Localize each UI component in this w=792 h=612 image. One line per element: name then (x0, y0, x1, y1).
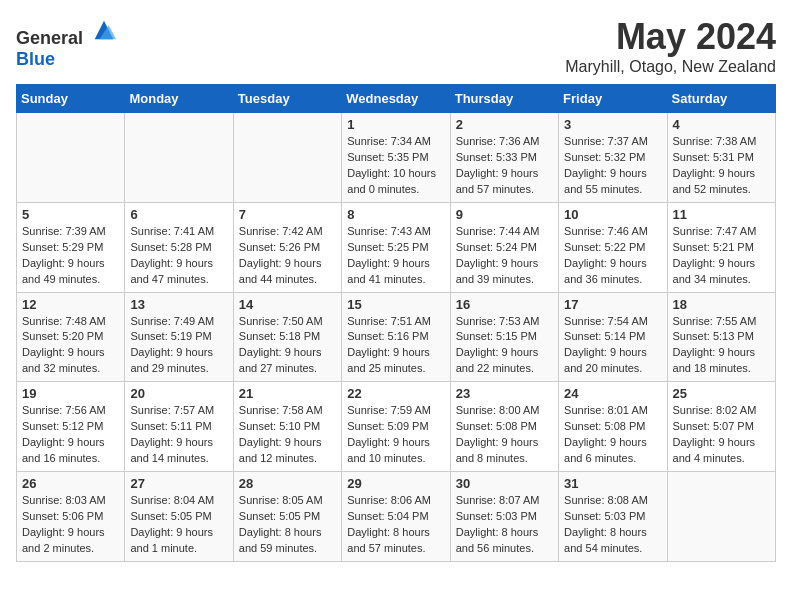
weekday-header-cell: Friday (559, 85, 667, 113)
day-info: Sunrise: 7:55 AM Sunset: 5:13 PM Dayligh… (673, 314, 770, 378)
day-number: 18 (673, 297, 770, 312)
day-number: 31 (564, 476, 661, 491)
calendar-week-row: 1Sunrise: 7:34 AM Sunset: 5:35 PM Daylig… (17, 113, 776, 203)
logo-blue: Blue (16, 49, 55, 69)
day-info: Sunrise: 7:59 AM Sunset: 5:09 PM Dayligh… (347, 403, 444, 467)
calendar-day-cell: 30Sunrise: 8:07 AM Sunset: 5:03 PM Dayli… (450, 472, 558, 562)
day-info: Sunrise: 8:05 AM Sunset: 5:05 PM Dayligh… (239, 493, 336, 557)
calendar-day-cell: 5Sunrise: 7:39 AM Sunset: 5:29 PM Daylig… (17, 202, 125, 292)
calendar-day-cell: 9Sunrise: 7:44 AM Sunset: 5:24 PM Daylig… (450, 202, 558, 292)
calendar-day-cell: 4Sunrise: 7:38 AM Sunset: 5:31 PM Daylig… (667, 113, 775, 203)
day-number: 21 (239, 386, 336, 401)
logo-icon (90, 16, 118, 44)
calendar-day-cell: 18Sunrise: 7:55 AM Sunset: 5:13 PM Dayli… (667, 292, 775, 382)
day-info: Sunrise: 7:58 AM Sunset: 5:10 PM Dayligh… (239, 403, 336, 467)
day-info: Sunrise: 7:54 AM Sunset: 5:14 PM Dayligh… (564, 314, 661, 378)
day-info: Sunrise: 7:38 AM Sunset: 5:31 PM Dayligh… (673, 134, 770, 198)
day-info: Sunrise: 8:07 AM Sunset: 5:03 PM Dayligh… (456, 493, 553, 557)
logo: General Blue (16, 16, 118, 70)
calendar-week-row: 19Sunrise: 7:56 AM Sunset: 5:12 PM Dayli… (17, 382, 776, 472)
day-info: Sunrise: 7:37 AM Sunset: 5:32 PM Dayligh… (564, 134, 661, 198)
day-info: Sunrise: 8:03 AM Sunset: 5:06 PM Dayligh… (22, 493, 119, 557)
day-info: Sunrise: 7:44 AM Sunset: 5:24 PM Dayligh… (456, 224, 553, 288)
day-number: 6 (130, 207, 227, 222)
day-info: Sunrise: 8:08 AM Sunset: 5:03 PM Dayligh… (564, 493, 661, 557)
calendar-day-cell: 31Sunrise: 8:08 AM Sunset: 5:03 PM Dayli… (559, 472, 667, 562)
day-number: 8 (347, 207, 444, 222)
day-info: Sunrise: 7:57 AM Sunset: 5:11 PM Dayligh… (130, 403, 227, 467)
weekday-header-cell: Monday (125, 85, 233, 113)
day-number: 24 (564, 386, 661, 401)
day-info: Sunrise: 7:42 AM Sunset: 5:26 PM Dayligh… (239, 224, 336, 288)
calendar-day-cell (667, 472, 775, 562)
day-info: Sunrise: 7:46 AM Sunset: 5:22 PM Dayligh… (564, 224, 661, 288)
calendar-day-cell: 20Sunrise: 7:57 AM Sunset: 5:11 PM Dayli… (125, 382, 233, 472)
logo-general: General (16, 28, 83, 48)
day-number: 3 (564, 117, 661, 132)
calendar-day-cell: 13Sunrise: 7:49 AM Sunset: 5:19 PM Dayli… (125, 292, 233, 382)
day-info: Sunrise: 7:36 AM Sunset: 5:33 PM Dayligh… (456, 134, 553, 198)
calendar-day-cell (17, 113, 125, 203)
day-info: Sunrise: 7:34 AM Sunset: 5:35 PM Dayligh… (347, 134, 444, 198)
calendar-day-cell: 14Sunrise: 7:50 AM Sunset: 5:18 PM Dayli… (233, 292, 341, 382)
day-number: 19 (22, 386, 119, 401)
header: General Blue May 2024 Maryhill, Otago, N… (16, 16, 776, 76)
day-number: 4 (673, 117, 770, 132)
calendar-day-cell: 2Sunrise: 7:36 AM Sunset: 5:33 PM Daylig… (450, 113, 558, 203)
day-number: 23 (456, 386, 553, 401)
day-info: Sunrise: 8:01 AM Sunset: 5:08 PM Dayligh… (564, 403, 661, 467)
day-number: 11 (673, 207, 770, 222)
day-info: Sunrise: 8:04 AM Sunset: 5:05 PM Dayligh… (130, 493, 227, 557)
calendar-day-cell: 26Sunrise: 8:03 AM Sunset: 5:06 PM Dayli… (17, 472, 125, 562)
calendar-day-cell: 6Sunrise: 7:41 AM Sunset: 5:28 PM Daylig… (125, 202, 233, 292)
day-number: 22 (347, 386, 444, 401)
day-number: 17 (564, 297, 661, 312)
calendar-day-cell: 15Sunrise: 7:51 AM Sunset: 5:16 PM Dayli… (342, 292, 450, 382)
day-info: Sunrise: 7:39 AM Sunset: 5:29 PM Dayligh… (22, 224, 119, 288)
calendar-day-cell: 3Sunrise: 7:37 AM Sunset: 5:32 PM Daylig… (559, 113, 667, 203)
weekday-header-cell: Saturday (667, 85, 775, 113)
day-number: 28 (239, 476, 336, 491)
calendar-day-cell: 27Sunrise: 8:04 AM Sunset: 5:05 PM Dayli… (125, 472, 233, 562)
calendar-day-cell: 22Sunrise: 7:59 AM Sunset: 5:09 PM Dayli… (342, 382, 450, 472)
day-info: Sunrise: 7:43 AM Sunset: 5:25 PM Dayligh… (347, 224, 444, 288)
day-info: Sunrise: 8:00 AM Sunset: 5:08 PM Dayligh… (456, 403, 553, 467)
calendar-day-cell: 25Sunrise: 8:02 AM Sunset: 5:07 PM Dayli… (667, 382, 775, 472)
day-info: Sunrise: 7:48 AM Sunset: 5:20 PM Dayligh… (22, 314, 119, 378)
calendar-body: 1Sunrise: 7:34 AM Sunset: 5:35 PM Daylig… (17, 113, 776, 562)
day-number: 10 (564, 207, 661, 222)
day-info: Sunrise: 7:49 AM Sunset: 5:19 PM Dayligh… (130, 314, 227, 378)
calendar-day-cell: 28Sunrise: 8:05 AM Sunset: 5:05 PM Dayli… (233, 472, 341, 562)
calendar-day-cell: 23Sunrise: 8:00 AM Sunset: 5:08 PM Dayli… (450, 382, 558, 472)
month-title: May 2024 (565, 16, 776, 58)
day-number: 5 (22, 207, 119, 222)
weekday-header-cell: Tuesday (233, 85, 341, 113)
day-number: 20 (130, 386, 227, 401)
weekday-header-cell: Thursday (450, 85, 558, 113)
calendar-day-cell: 29Sunrise: 8:06 AM Sunset: 5:04 PM Dayli… (342, 472, 450, 562)
day-number: 15 (347, 297, 444, 312)
day-number: 29 (347, 476, 444, 491)
day-number: 25 (673, 386, 770, 401)
day-info: Sunrise: 8:06 AM Sunset: 5:04 PM Dayligh… (347, 493, 444, 557)
day-number: 16 (456, 297, 553, 312)
day-number: 26 (22, 476, 119, 491)
day-number: 2 (456, 117, 553, 132)
calendar-day-cell: 11Sunrise: 7:47 AM Sunset: 5:21 PM Dayli… (667, 202, 775, 292)
day-info: Sunrise: 7:50 AM Sunset: 5:18 PM Dayligh… (239, 314, 336, 378)
calendar-week-row: 12Sunrise: 7:48 AM Sunset: 5:20 PM Dayli… (17, 292, 776, 382)
calendar-day-cell: 21Sunrise: 7:58 AM Sunset: 5:10 PM Dayli… (233, 382, 341, 472)
calendar-week-row: 5Sunrise: 7:39 AM Sunset: 5:29 PM Daylig… (17, 202, 776, 292)
day-number: 13 (130, 297, 227, 312)
day-number: 12 (22, 297, 119, 312)
day-number: 14 (239, 297, 336, 312)
weekday-header-cell: Sunday (17, 85, 125, 113)
calendar-day-cell (233, 113, 341, 203)
location-title: Maryhill, Otago, New Zealand (565, 58, 776, 76)
calendar-day-cell: 7Sunrise: 7:42 AM Sunset: 5:26 PM Daylig… (233, 202, 341, 292)
calendar-day-cell: 19Sunrise: 7:56 AM Sunset: 5:12 PM Dayli… (17, 382, 125, 472)
calendar-week-row: 26Sunrise: 8:03 AM Sunset: 5:06 PM Dayli… (17, 472, 776, 562)
day-number: 9 (456, 207, 553, 222)
day-number: 7 (239, 207, 336, 222)
weekday-header-cell: Wednesday (342, 85, 450, 113)
